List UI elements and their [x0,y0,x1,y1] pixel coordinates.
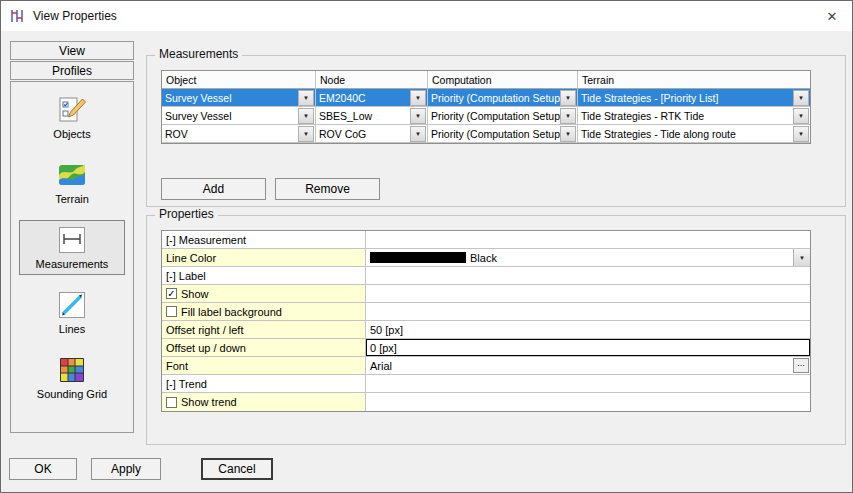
property-row-font: Font Arial ... [162,357,810,375]
property-label-text: Fill label background [181,306,282,318]
combo-value: Survey Vessel [162,110,298,122]
group-row-label[interactable]: [-] Trend [162,375,366,393]
remove-button-label: Remove [305,182,350,196]
terrain-combo[interactable]: Tide Strategies - Tide along route▼ [578,125,810,143]
lines-icon [57,290,87,320]
apply-button-label: Apply [111,462,141,476]
sidebar-item-terrain[interactable]: Terrain [19,155,125,210]
dropdown-arrow-icon[interactable]: ▼ [410,90,426,106]
computation-combo[interactable]: Priority (Computation Setup)▼ [428,107,578,125]
group-row-value [366,375,810,393]
property-row-show-trend: Show trend [162,393,810,411]
dropdown-arrow-icon[interactable]: ▼ [793,126,809,142]
dropdown-arrow-icon[interactable]: ▼ [410,126,426,142]
property-label-text: Line Color [166,252,216,264]
properties-group: Properties [-] Measurement Line Color Bl… [146,215,846,445]
combo-value: Priority (Computation Setup) [428,110,560,122]
dropdown-arrow-icon[interactable]: ▼ [793,108,809,124]
color-swatch [370,252,466,263]
node-combo[interactable]: ROV CoG▼ [316,125,428,143]
column-header-object: Object [162,71,316,89]
terrain-combo[interactable]: Tide Strategies - RTK Tide▼ [578,107,810,125]
table-header-row: Object Node Computation Terrain [162,71,810,89]
table-row[interactable]: Survey Vessel▼ EM2040C▼ Priority (Comput… [162,89,810,107]
ok-button-label: OK [34,462,51,476]
terrain-combo[interactable]: Tide Strategies - [Priority List]▼ [578,89,810,107]
sidebar-item-lines[interactable]: Lines [19,285,125,340]
dropdown-arrow-icon[interactable]: ▼ [560,108,576,124]
group-row-value [366,231,810,249]
offset-up-down-value: 0 [px] [370,342,397,354]
property-group-measurement: [-] Measurement [162,231,810,249]
dropdown-arrow-icon[interactable]: ▼ [298,126,314,142]
font-field[interactable]: Arial ... [366,357,810,375]
property-grid: [-] Measurement Line Color Black ▼ [-] L… [161,230,811,412]
show-trend-value [366,393,810,411]
tab-profiles[interactable]: Profiles [10,61,134,80]
cancel-button[interactable]: Cancel [201,458,273,480]
dropdown-arrow-icon[interactable]: ▼ [298,90,314,106]
line-color-dropdown[interactable]: Black ▼ [366,249,810,267]
table-row[interactable]: Survey Vessel▼ SBES_Low▼ Priority (Compu… [162,107,810,125]
combo-value: Tide Strategies - [Priority List] [578,92,793,104]
sidebar-item-label: Objects [53,128,90,140]
property-label: ✓ Show [162,285,366,303]
table-row[interactable]: ROV▼ ROV CoG▼ Priority (Computation Setu… [162,125,810,143]
sidebar-item-sounding-grid[interactable]: Sounding Grid [19,350,125,405]
show-trend-checkbox[interactable] [166,397,177,408]
property-group-label: [-] Label [162,267,810,285]
ok-button[interactable]: OK [9,458,77,480]
property-label-text: Offset right / left [166,324,243,336]
offset-right-left-field[interactable]: 50 [px] [366,321,810,339]
offset-right-left-value: 50 [px] [366,324,407,336]
close-icon: ✕ [827,9,838,24]
dropdown-arrow-icon[interactable]: ▼ [793,249,810,266]
add-button-label: Add [203,182,224,196]
show-checkbox[interactable]: ✓ [166,288,177,299]
dropdown-arrow-icon[interactable]: ▼ [560,90,576,106]
tab-view[interactable]: View [10,41,134,60]
remove-button[interactable]: Remove [275,178,380,200]
column-header-node: Node [316,71,428,89]
combo-value: Priority (Computation Setup) [428,92,560,104]
fill-label-background-checkbox[interactable] [166,306,177,317]
combo-value: Survey Vessel [162,92,298,104]
tab-profiles-label: Profiles [52,64,92,78]
group-label-text: [-] Trend [166,378,207,390]
measurements-table: Object Node Computation Terrain Survey V… [161,70,811,144]
sidebar-item-objects[interactable]: Objects [19,90,125,145]
objects-icon [57,95,87,125]
node-combo[interactable]: EM2040C▼ [316,89,428,107]
add-button[interactable]: Add [161,178,266,200]
fill-label-background-value [366,303,810,321]
offset-up-down-field[interactable]: 0 [px] [366,339,810,356]
column-header-label: Terrain [582,74,614,86]
property-row-offset-up-down: Offset up / down 0 [px] [162,339,810,357]
column-header-label: Node [320,74,345,86]
property-label: Offset up / down [162,339,366,357]
node-combo[interactable]: SBES_Low▼ [316,107,428,125]
computation-combo[interactable]: Priority (Computation Setup)▼ [428,125,578,143]
show-value [366,285,810,303]
dropdown-arrow-icon[interactable]: ▼ [298,108,314,124]
dropdown-arrow-icon[interactable]: ▼ [410,108,426,124]
object-combo[interactable]: ROV▼ [162,125,316,143]
dropdown-arrow-icon[interactable]: ▼ [560,126,576,142]
property-label: Font [162,357,366,375]
combo-value: Tide Strategies - Tide along route [578,128,793,140]
dropdown-arrow-icon[interactable]: ▼ [793,90,809,106]
apply-button[interactable]: Apply [91,458,161,480]
group-row-label[interactable]: [-] Measurement [162,231,366,249]
object-combo[interactable]: Survey Vessel▼ [162,107,316,125]
close-button[interactable]: ✕ [820,5,844,27]
tab-view-label: View [59,44,85,58]
object-combo[interactable]: Survey Vessel▼ [162,89,316,107]
computation-combo[interactable]: Priority (Computation Setup)▼ [428,89,578,107]
sidebar-item-measurements[interactable]: Measurements [19,220,125,275]
font-browse-button[interactable]: ... [793,358,809,373]
group-row-label[interactable]: [-] Label [162,267,366,285]
sidebar-item-label: Terrain [55,193,89,205]
sidebar-item-label: Sounding Grid [37,388,107,400]
combo-value: Priority (Computation Setup) [428,128,560,140]
font-value: Arial [366,360,396,372]
